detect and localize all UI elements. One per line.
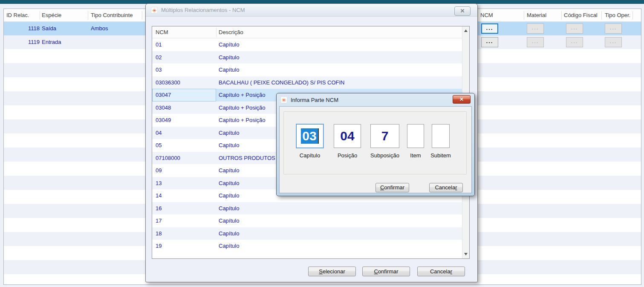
confirmar-button[interactable]: Confirmar <box>362 267 410 276</box>
ncm-list-row[interactable]: 19Capítulo <box>152 240 462 252</box>
cell-ncm: 13 <box>152 177 216 190</box>
column-header-id-relac: ID Relac. <box>6 12 29 18</box>
column-header-ncm: NCM <box>480 12 493 18</box>
cell-especie: Entrada <box>42 39 61 45</box>
scroll-up-button[interactable] <box>462 27 470 35</box>
dialog-title: Múltiplos Relacionamentos - NCM <box>161 7 245 13</box>
subposicao-field[interactable]: 7 <box>370 124 399 148</box>
list-header: NCM Descrição <box>152 26 462 38</box>
header-separator <box>142 11 142 20</box>
button-label: Cancela <box>435 184 455 191</box>
confirmar-button[interactable]: Confirmar <box>375 183 409 192</box>
button-label: C <box>380 184 384 191</box>
cell-ncm: 09 <box>152 164 216 177</box>
close-button[interactable]: ✕ <box>453 95 471 104</box>
button-label: onfirmar <box>384 184 404 191</box>
cell-especie: Saída <box>42 25 56 32</box>
dialog-title-bar[interactable]: ✳ Múltiplos Relacionamentos - NCM <box>146 4 477 17</box>
column-header-tipo-contribuinte: Tipo Contribuinte <box>91 12 133 18</box>
cancelar-button[interactable]: Cancelar <box>429 183 463 192</box>
scroll-down-button[interactable] <box>462 250 470 258</box>
cell-ncm: 05 <box>152 139 216 152</box>
codigo-fiscal-ellipsis-button[interactable]: ... <box>566 23 583 34</box>
column-header-codigo-fiscal: Código Fiscal <box>564 12 598 18</box>
posicao-field[interactable]: 04 <box>334 124 361 148</box>
cell-descricao: BACALHAU ( PEIXE CONGELADO) S/ PIS COFIN <box>216 76 462 89</box>
dialog-title-bar[interactable]: ✳ Informa Parte NCM <box>277 93 474 106</box>
cell-ncm: 07108000 <box>152 152 216 165</box>
cell-ncm: 03047 <box>152 89 216 101</box>
cell-ncm: 03036300 <box>152 76 216 89</box>
header-separator <box>601 11 602 20</box>
app-icon: ✳ <box>280 96 287 103</box>
cell-descricao: Capítulo <box>216 240 462 252</box>
header-separator <box>632 11 633 20</box>
button-label: C <box>374 268 378 275</box>
selecionar-button[interactable]: Selecionar <box>308 267 356 276</box>
button-label: S <box>319 268 323 275</box>
dialog-title: Informa Parte NCM <box>291 97 338 103</box>
codigo-fiscal-ellipsis-button[interactable]: ... <box>566 37 583 47</box>
header-separator <box>561 11 562 20</box>
ncm-list-row[interactable]: 17Capítulo <box>152 215 462 227</box>
ncm-list-row[interactable]: 03036300BACALHAU ( PEIXE CONGELADO) S/ P… <box>152 76 462 89</box>
ncm-list-row[interactable]: 02Capítulo <box>152 51 462 64</box>
column-separator <box>216 28 217 37</box>
cancelar-button[interactable]: Cancelar <box>417 267 465 276</box>
material-ellipsis-button[interactable]: ... <box>527 23 544 34</box>
ncm-list-row[interactable]: 18Capítulo <box>152 227 462 240</box>
cell-ncm: 19 <box>152 240 216 252</box>
ncm-list-row[interactable]: 01Capítulo <box>152 38 462 51</box>
subitem-field-group: Subitem <box>423 124 458 159</box>
cell-ncm: 01 <box>152 38 216 51</box>
list-column-descricao: Descrição <box>219 29 243 35</box>
cell-descricao: Capítulo <box>216 64 462 76</box>
cell-ncm: 03048 <box>152 101 216 114</box>
cell-descricao: Capítulo <box>216 38 462 51</box>
column-header-tipo-oper: Tipo Oper. <box>605 12 630 18</box>
capitulo-value: 03 <box>301 128 318 144</box>
header-separator <box>40 11 40 20</box>
button-label: r <box>455 184 457 191</box>
column-header-especie: Espécie <box>42 12 61 18</box>
subposicao-value: 7 <box>381 129 389 143</box>
item-field[interactable] <box>407 124 424 148</box>
cell-descricao: Capítulo <box>216 215 462 227</box>
ncm-ellipsis-button[interactable]: ... <box>481 37 498 47</box>
cell-id-relac: 1119 <box>6 39 40 45</box>
button-label: r <box>451 268 452 275</box>
cell-ncm: 18 <box>152 227 216 240</box>
informa-parte-ncm-dialog: ✳ Informa Parte NCM ✕ 03 Capítulo 04 Pos… <box>276 93 475 196</box>
subitem-field[interactable] <box>432 124 450 148</box>
cell-ncm: 14 <box>152 189 216 202</box>
posicao-value: 04 <box>340 129 354 143</box>
header-separator <box>88 11 88 20</box>
material-ellipsis-button[interactable]: ... <box>527 37 544 47</box>
dialog-content: 03 Capítulo 04 Posição 7 Subposição Item… <box>279 106 472 193</box>
button-label: Cancela <box>430 268 451 275</box>
cell-tipo-contribuinte: Ambos <box>91 25 108 32</box>
tipo-oper-ellipsis-button[interactable]: ... <box>605 23 622 34</box>
app-icon: ✳ <box>151 7 158 14</box>
cell-ncm: 03 <box>152 64 216 76</box>
cell-id-relac: 1118 <box>6 25 40 32</box>
cell-descricao: Capítulo <box>216 227 462 240</box>
subitem-label: Subitem <box>423 152 458 159</box>
cell-ncm: 16 <box>152 202 216 215</box>
ncm-list-row[interactable]: 16Capítulo <box>152 202 462 215</box>
cell-ncm: 02 <box>152 51 216 64</box>
close-button[interactable]: ✕ <box>454 6 471 16</box>
column-header-material: Material <box>527 12 546 18</box>
ncm-list-row[interactable]: 03Capítulo <box>152 64 462 76</box>
list-column-ncm: NCM <box>156 29 168 35</box>
cell-descricao: Capítulo <box>216 51 462 64</box>
ncm-ellipsis-button[interactable]: ... <box>481 23 498 34</box>
cell-ncm: 03049 <box>152 114 216 127</box>
button-label: onfirmar <box>378 268 399 275</box>
cell-descricao: Capítulo <box>216 202 462 215</box>
button-label: elecionar <box>323 268 345 275</box>
tipo-oper-ellipsis-button[interactable]: ... <box>605 37 622 47</box>
capitulo-field[interactable]: 03 <box>296 124 323 148</box>
cell-ncm: 17 <box>152 215 216 227</box>
header-separator <box>524 11 524 20</box>
